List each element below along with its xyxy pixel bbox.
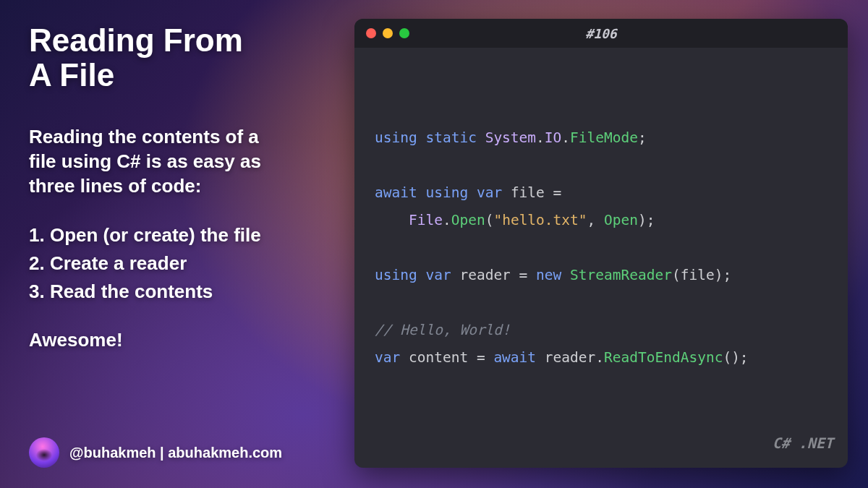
author-separator: | bbox=[156, 445, 169, 461]
close-icon[interactable] bbox=[366, 28, 376, 38]
code-line: using var reader = new StreamReader(file… bbox=[375, 262, 830, 289]
slide-title: Reading FromA File bbox=[29, 23, 340, 92]
code-line bbox=[375, 152, 830, 179]
code-line: using static System.IO.FileMode; bbox=[375, 124, 830, 152]
traffic-lights bbox=[366, 28, 409, 38]
slide-subtitle: Reading the contents of afile using C# i… bbox=[29, 125, 340, 198]
minimize-icon[interactable] bbox=[383, 28, 393, 38]
step-item: 1. Open (or create) the file bbox=[29, 221, 340, 249]
language-badge: C# .NET bbox=[773, 429, 833, 458]
slide-exclaim: Awesome! bbox=[29, 329, 340, 351]
author-site: abuhakmeh.com bbox=[168, 445, 282, 461]
step-item: 2. Create a reader bbox=[29, 249, 340, 278]
author-text: @buhakmeh | abuhakmeh.com bbox=[69, 445, 282, 461]
window-titlebar: #106 bbox=[354, 19, 848, 48]
code-line: File.Open("hello.txt", Open); bbox=[375, 207, 830, 234]
author-line: @buhakmeh | abuhakmeh.com bbox=[29, 437, 340, 468]
code-line: // Hello, World! bbox=[375, 317, 830, 344]
steps-list: 1. Open (or create) the file 2. Create a… bbox=[29, 221, 340, 306]
avatar bbox=[29, 437, 59, 468]
code-line: var content = await reader.ReadToEndAsyn… bbox=[375, 344, 830, 372]
code-line bbox=[375, 234, 830, 262]
left-panel: Reading FromA File Reading the contents … bbox=[0, 0, 354, 488]
step-item: 3. Read the contents bbox=[29, 278, 340, 306]
author-handle: @buhakmeh bbox=[69, 445, 156, 461]
code-block: using static System.IO.FileMode; await u… bbox=[354, 48, 848, 468]
window-title: #106 bbox=[354, 26, 848, 41]
maximize-icon[interactable] bbox=[399, 28, 409, 38]
code-line bbox=[375, 289, 830, 317]
right-panel: #106 using static System.IO.FileMode; aw… bbox=[354, 0, 868, 488]
code-editor-window: #106 using static System.IO.FileMode; aw… bbox=[354, 19, 848, 468]
code-line: await using var file = bbox=[375, 179, 830, 207]
